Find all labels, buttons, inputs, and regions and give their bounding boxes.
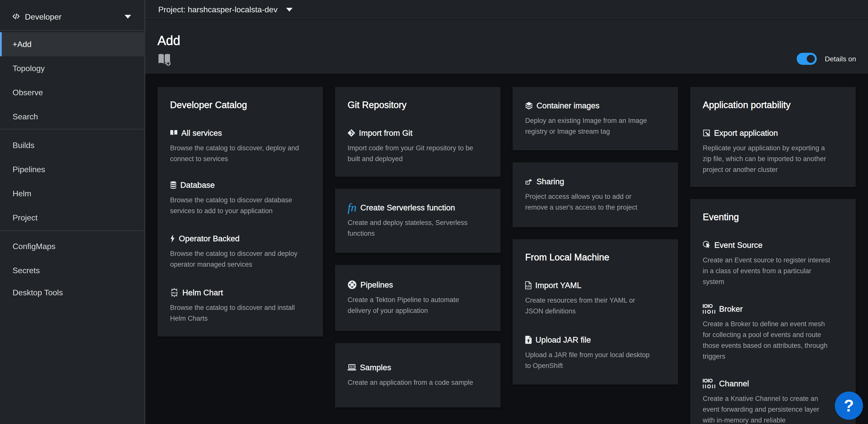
svg-text:HELM: HELM [171,291,178,294]
